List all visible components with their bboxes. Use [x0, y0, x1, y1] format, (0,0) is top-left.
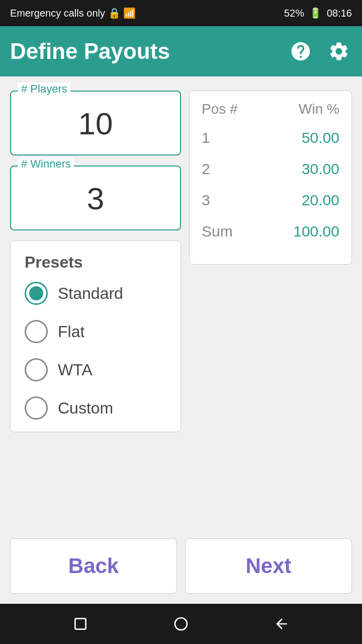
preset-standard-label: Standard: [58, 284, 123, 303]
win-1: 50.00: [279, 129, 339, 146]
page-title: Define Payouts: [10, 39, 170, 64]
pos-3: 3: [202, 192, 232, 209]
back-button-nav[interactable]: [274, 616, 290, 632]
help-button[interactable]: [288, 38, 314, 64]
bottom-buttons: Back Next: [0, 528, 362, 604]
preset-wta[interactable]: WTA: [25, 358, 166, 381]
players-value: 10: [19, 101, 172, 146]
recent-apps-button[interactable]: [72, 616, 88, 632]
next-button[interactable]: Next: [185, 538, 352, 594]
preset-custom[interactable]: Custom: [25, 396, 166, 420]
winners-input-container[interactable]: # Winners 3: [10, 166, 181, 230]
winners-label: # Winners: [18, 157, 74, 171]
status-bar: Emergency calls only 🔒 📶 52% 🔋 08:16: [0, 0, 362, 26]
radio-standard-inner: [29, 286, 43, 300]
radio-flat: [25, 320, 48, 343]
pos-2: 2: [202, 160, 232, 178]
table-row: 2 30.00: [202, 160, 339, 178]
preset-custom-label: Custom: [58, 399, 113, 418]
pos-1: 1: [202, 129, 232, 146]
nav-bar: [0, 604, 362, 644]
preset-flat-label: Flat: [58, 323, 84, 341]
radio-custom: [25, 396, 48, 420]
preset-wta-label: WTA: [58, 361, 93, 379]
win-header: Win %: [299, 101, 339, 117]
preset-standard[interactable]: Standard: [25, 282, 166, 305]
payout-table: Pos # Win % 1 50.00 2 30.00 3 20.00 Sum …: [189, 91, 352, 265]
win-3: 20.00: [279, 192, 339, 209]
players-label: # Players: [18, 83, 70, 96]
radio-standard: [25, 282, 48, 305]
table-header: Pos # Win %: [202, 101, 339, 117]
presets-card: Presets Standard Flat WTA: [10, 240, 181, 432]
main-content: # Players 10 # Winners 3 Presets Standar…: [0, 76, 362, 528]
preset-flat[interactable]: Flat: [25, 320, 166, 343]
svg-point-1: [175, 618, 187, 630]
table-row: 3 20.00: [202, 192, 339, 209]
table-row: 1 50.00: [202, 129, 339, 146]
sum-label: Sum: [202, 223, 233, 240]
header-icons: [288, 38, 352, 64]
sum-row: Sum 100.00: [202, 223, 339, 240]
players-input-container[interactable]: # Players 10: [10, 91, 181, 155]
radio-wta: [25, 358, 48, 381]
presets-title: Presets: [25, 253, 166, 272]
clock: 08:16: [327, 8, 352, 19]
winners-value: 3: [19, 176, 172, 221]
status-left: Emergency calls only 🔒 📶: [10, 7, 136, 19]
home-button[interactable]: [173, 616, 189, 632]
battery-indicator: 52%: [284, 8, 304, 19]
win-2: 30.00: [279, 160, 339, 178]
pos-header: Pos #: [202, 101, 238, 117]
svg-rect-0: [75, 618, 85, 629]
sum-value: 100.00: [279, 223, 339, 240]
header: Define Payouts: [0, 26, 362, 76]
top-row: # Players 10 # Winners 3 Presets Standar…: [10, 91, 352, 432]
status-right: 52% 🔋 08:16: [284, 7, 352, 19]
back-button[interactable]: Back: [10, 538, 177, 594]
left-column: # Players 10 # Winners 3 Presets Standar…: [10, 91, 181, 432]
settings-button[interactable]: [326, 38, 352, 64]
